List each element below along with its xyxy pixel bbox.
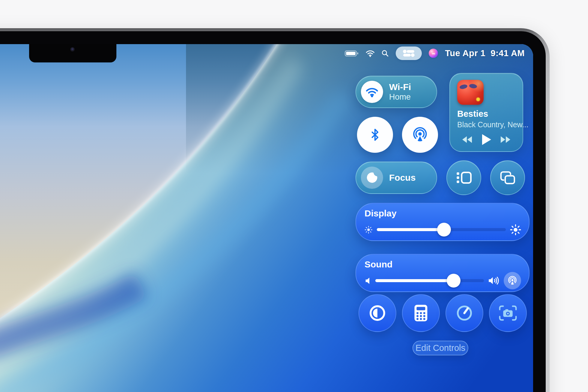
now-playing-card[interactable]: ✹ Besties Black Country, New... bbox=[449, 73, 523, 152]
wifi-icon[interactable] bbox=[366, 50, 375, 57]
stage-manager-icon bbox=[456, 171, 472, 184]
battery-icon[interactable] bbox=[345, 50, 359, 57]
screen-mirroring-button[interactable] bbox=[490, 160, 525, 195]
stage-manager-button[interactable] bbox=[446, 160, 481, 195]
screen-mirroring-icon bbox=[500, 171, 516, 185]
timer-icon bbox=[456, 304, 473, 322]
airplay-audio-icon bbox=[507, 276, 518, 286]
sound-label: Sound bbox=[364, 259, 521, 270]
menu-bar: ∞ Tue Apr 1 9:41 AM bbox=[345, 44, 525, 62]
brightness-slider-thumb[interactable] bbox=[437, 223, 451, 237]
brightness-slider[interactable] bbox=[377, 222, 506, 237]
menu-bar-clock[interactable]: Tue Apr 1 9:41 AM bbox=[445, 48, 525, 58]
display-card[interactable]: Display bbox=[356, 203, 530, 241]
bluetooth-icon bbox=[370, 128, 380, 142]
control-center-button[interactable] bbox=[396, 47, 422, 60]
now-playing-title: Besties bbox=[457, 109, 515, 119]
display-label: Display bbox=[364, 208, 521, 219]
wifi-network-name: Home bbox=[389, 92, 411, 102]
screenshot-icon bbox=[499, 305, 517, 321]
now-playing-artist: Black Country, New... bbox=[457, 120, 515, 129]
focus-button[interactable]: Focus bbox=[356, 161, 437, 194]
wifi-label: Wi-Fi bbox=[389, 82, 411, 92]
sound-card[interactable]: Sound bbox=[356, 254, 530, 292]
appearance-button[interactable] bbox=[358, 294, 396, 332]
airplay-audio-button[interactable] bbox=[504, 272, 521, 289]
moon-icon bbox=[366, 172, 378, 184]
timer-button[interactable] bbox=[446, 294, 483, 332]
rewind-button[interactable] bbox=[462, 136, 472, 143]
album-art: ✹ bbox=[457, 80, 484, 105]
display-notch bbox=[29, 44, 116, 62]
bluetooth-button[interactable] bbox=[357, 117, 393, 153]
focus-circle bbox=[361, 167, 383, 189]
volume-slider-thumb[interactable] bbox=[447, 274, 460, 288]
airdrop-button[interactable] bbox=[402, 117, 438, 153]
brightness-high-icon bbox=[510, 224, 521, 235]
siri-icon[interactable]: ∞ bbox=[429, 49, 438, 58]
brightness-low-icon bbox=[364, 226, 373, 234]
calculator-button[interactable] bbox=[402, 294, 440, 332]
wifi-circle bbox=[361, 81, 383, 103]
camera-dot bbox=[70, 47, 75, 52]
laptop-display: ∞ Tue Apr 1 9:41 AM Wi-Fi Home bbox=[0, 44, 533, 392]
appearance-contrast-icon bbox=[369, 305, 386, 321]
volume-high-icon bbox=[488, 276, 500, 285]
edit-controls-button[interactable]: Edit Controls bbox=[412, 341, 468, 355]
calculator-icon bbox=[414, 304, 428, 322]
spotlight-icon[interactable] bbox=[382, 50, 389, 57]
laptop-aluminum-rim: ∞ Tue Apr 1 9:41 AM Wi-Fi Home bbox=[0, 28, 550, 392]
fast-forward-button[interactable] bbox=[500, 136, 511, 143]
airdrop-icon bbox=[412, 126, 428, 143]
wifi-blue-icon bbox=[366, 87, 378, 97]
edit-controls-label: Edit Controls bbox=[416, 343, 465, 353]
focus-label: Focus bbox=[389, 173, 416, 183]
wifi-button[interactable]: Wi-Fi Home bbox=[356, 76, 437, 108]
play-button[interactable] bbox=[482, 134, 491, 145]
volume-slider[interactable] bbox=[375, 273, 484, 288]
volume-low-icon bbox=[364, 277, 371, 285]
control-center-icon bbox=[403, 49, 415, 57]
laptop-bezel: ∞ Tue Apr 1 9:41 AM Wi-Fi Home bbox=[0, 31, 546, 392]
screenshot-button[interactable] bbox=[489, 294, 527, 332]
